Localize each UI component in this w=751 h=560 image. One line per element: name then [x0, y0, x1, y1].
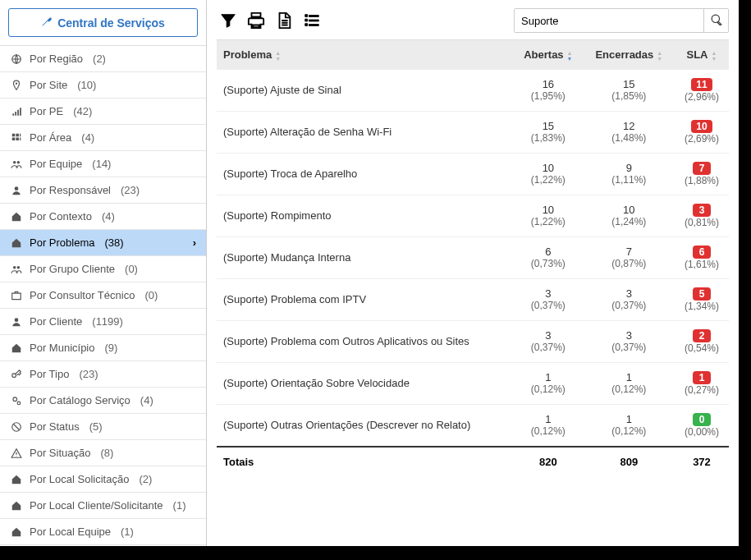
cell-problema: (Suporte) Mudança Interna	[217, 236, 513, 278]
table-row[interactable]: (Suporte) Mudança Interna6(0,73%)7(0,87%…	[217, 236, 729, 278]
sidebar-item-por-local-solicita-o[interactable]: Por Local Solicitação(2)	[0, 466, 206, 493]
cell-sla: 0(0,00%)	[675, 404, 729, 447]
sidebar-item-por-site[interactable]: Por Site(10)	[0, 72, 206, 99]
sidebar-item-por-status[interactable]: Por Status(5)	[0, 414, 206, 440]
table-row[interactable]: (Suporte) Troca de Aparelho10(1,22%)9(1,…	[217, 153, 729, 195]
sidebar-scroll[interactable]: Por Região(2)Por Site(10)Por PE(42)Por Á…	[0, 45, 206, 546]
sidebar-item-count: (0)	[125, 263, 138, 275]
cell-abertas: 1(0,12%)	[513, 404, 584, 447]
table-row[interactable]: (Suporte) Problema com Outros Aplicativo…	[217, 320, 729, 362]
search-input[interactable]	[515, 9, 703, 32]
totals-row: Totais 820 809 372	[217, 447, 729, 476]
sidebar-item-por-grupo-cliente[interactable]: Por Grupo Cliente(0)	[0, 256, 206, 282]
col-problema[interactable]: Problema	[217, 40, 513, 70]
svg-point-1	[16, 82, 17, 84]
sidebar-item-por-regi-o[interactable]: Por Região(2)	[0, 46, 206, 72]
cell-sla: 7(1,88%)	[675, 153, 729, 195]
table-row[interactable]: (Suporte) Outras Orientações (Descrever …	[217, 404, 729, 447]
search-button[interactable]	[703, 9, 728, 32]
svg-point-5	[13, 265, 16, 269]
sidebar-item-por-tipo[interactable]: Por Tipo(23)	[0, 361, 206, 388]
cell-abertas: 3(0,37%)	[513, 320, 584, 362]
cell-abertas: 3(0,37%)	[513, 278, 584, 320]
table-row[interactable]: (Suporte) Orientação Sobre Velocidade1(0…	[217, 362, 729, 404]
print-button[interactable]	[245, 9, 268, 32]
sidebar-item-por-cat-logo-servi-o[interactable]: Por Catálogo Serviço(4)	[0, 388, 206, 414]
sidebar-item-label: Por Contexto	[30, 210, 92, 223]
sidebar-item-count: (38)	[104, 236, 123, 249]
home-icon	[10, 211, 23, 223]
sidebar-item-por-consultor-t-cnico[interactable]: Por Consultor Técnico(0)	[0, 282, 206, 309]
sidebar-item-label: Por Consultor Técnico	[30, 289, 135, 301]
sidebar-item-por-rea[interactable]: Por Área(4)	[0, 125, 206, 151]
cell-problema: (Suporte) Alteração de Senha Wi-Fi	[217, 111, 513, 153]
col-encerradas[interactable]: Encerradas	[584, 40, 675, 70]
sidebar-item-por-contexto[interactable]: Por Contexto(4)	[0, 204, 206, 230]
table-row[interactable]: (Suporte) Problema com IPTV3(0,37%)3(0,3…	[217, 278, 729, 320]
cell-abertas: 15(1,83%)	[513, 111, 584, 153]
sidebar-item-por-situa-o[interactable]: Por Situação(8)	[0, 440, 206, 466]
wrench-icon	[41, 16, 53, 30]
sidebar-header-button[interactable]: Central de Serviços	[8, 8, 198, 37]
sla-badge: 2	[693, 329, 711, 342]
sidebar-item-count: (1)	[121, 526, 134, 538]
col-sla[interactable]: SLA	[675, 40, 729, 70]
sla-badge: 7	[693, 162, 711, 175]
svg-point-9	[13, 397, 17, 401]
sidebar-item-por-local-cliente-solicitante[interactable]: Por Local Cliente/Solicitante(1)	[0, 493, 206, 519]
cell-problema: (Suporte) Ajuste de Sinal	[217, 70, 513, 112]
sidebar-item-label: Por Local Equipe	[30, 526, 111, 538]
sidebar-item-label: Por Tipo	[30, 368, 69, 380]
main-panel: Problema Abertas Encerradas SLA (Suporte…	[207, 0, 739, 546]
sidebar-item-label: Por Município	[30, 342, 94, 354]
globe-icon	[10, 53, 23, 65]
filter-button[interactable]	[217, 9, 240, 32]
svg-point-2	[13, 160, 16, 163]
sidebar-item-count: (10)	[77, 79, 96, 91]
key-icon	[10, 369, 23, 380]
sidebar-item-por-local-equipe[interactable]: Por Local Equipe(1)	[0, 519, 206, 545]
table-row[interactable]: (Suporte) Rompimento10(1,22%)10(1,24%)3(…	[217, 195, 729, 236]
sidebar-item-count: (14)	[92, 158, 111, 170]
warn-icon	[10, 448, 23, 459]
sidebar-item-count: (1199)	[92, 315, 123, 328]
sidebar-item-por-respons-vel[interactable]: Por Responsável(23)	[0, 177, 206, 204]
totals-sla: 372	[675, 447, 729, 476]
sidebar-item-label: Por Status	[30, 420, 80, 433]
sidebar-item-por-problema[interactable]: Por Problema(38)›	[0, 230, 206, 256]
cell-abertas: 10(1,22%)	[513, 195, 584, 236]
sidebar-item-label: Por Equipe	[30, 158, 82, 170]
cell-encerradas: 9(1,11%)	[584, 153, 675, 195]
sidebar-item-count: (1)	[173, 499, 186, 512]
sidebar-item-count: (23)	[121, 184, 140, 196]
svg-point-7	[15, 318, 19, 322]
sla-badge: 11	[691, 78, 712, 91]
list-button[interactable]	[300, 9, 323, 32]
table-row[interactable]: (Suporte) Alteração de Senha Wi-Fi15(1,8…	[217, 111, 729, 153]
sla-badge: 10	[691, 120, 712, 133]
sidebar-item-count: (2)	[139, 473, 152, 485]
cell-sla: 10(2,69%)	[675, 111, 729, 153]
sidebar-item-por-cliente[interactable]: Por Cliente(1199)	[0, 309, 206, 335]
block-icon	[10, 421, 23, 433]
sidebar-item-por-pe[interactable]: Por PE(42)	[0, 99, 206, 125]
svg-point-8	[12, 373, 16, 377]
sidebar-item-count: (2)	[93, 53, 106, 65]
table-row[interactable]: (Suporte) Ajuste de Sinal16(1,95%)15(1,8…	[217, 70, 729, 112]
sidebar-item-label: Por Situação	[30, 447, 90, 459]
sidebar-item-count: (4)	[102, 210, 115, 223]
sidebar-item-label: Por Local Solicitação	[30, 473, 129, 485]
cell-abertas: 16(1,95%)	[513, 70, 584, 112]
search-icon	[711, 14, 722, 28]
sidebar-item-por-equipe[interactable]: Por Equipe(14)	[0, 151, 206, 177]
sidebar-item-label: Por Área	[30, 131, 71, 144]
sidebar-item-por-munic-pio[interactable]: Por Município(9)	[0, 335, 206, 361]
col-abertas[interactable]: Abertas	[513, 40, 584, 70]
toolbar	[217, 8, 729, 33]
cell-problema: (Suporte) Troca de Aparelho	[217, 153, 513, 195]
home-icon	[10, 526, 23, 538]
cell-encerradas: 12(1,48%)	[584, 111, 675, 153]
table-scroll[interactable]: Problema Abertas Encerradas SLA (Suporte…	[217, 39, 729, 546]
document-button[interactable]	[272, 9, 295, 32]
cell-problema: (Suporte) Rompimento	[217, 195, 513, 236]
